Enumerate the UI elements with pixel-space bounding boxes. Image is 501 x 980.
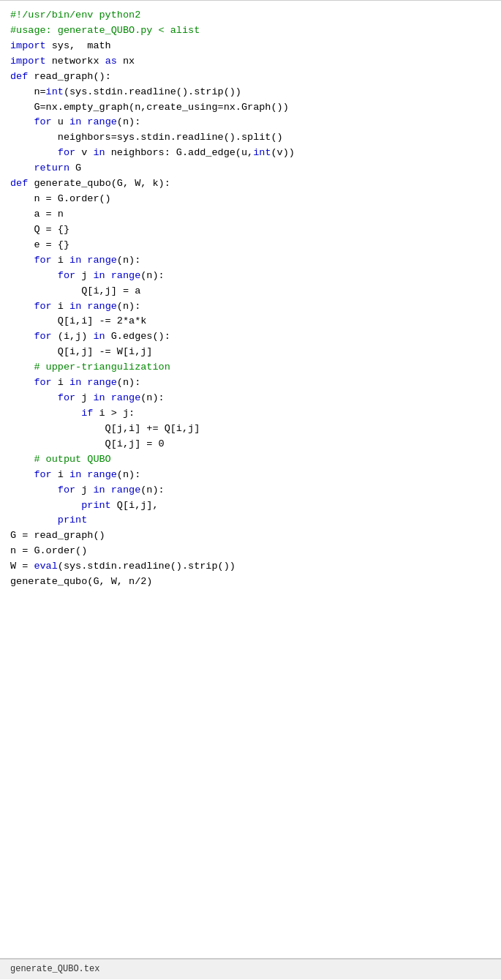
code-token: G.edges(): — [105, 331, 170, 342]
code-token — [10, 331, 34, 342]
code-token: in — [93, 392, 105, 403]
code-token: (n): — [117, 301, 140, 312]
footer-filename: generate_QUBO.tex — [10, 962, 99, 976]
code-token: generate_qubo(G, W, n/2) — [10, 576, 152, 587]
code-line: if i > j: — [10, 406, 491, 422]
code-token — [10, 392, 58, 403]
code-token: def — [10, 178, 28, 189]
code-token: in — [69, 301, 81, 312]
code-token: in — [93, 270, 105, 281]
code-token: as — [105, 56, 117, 67]
code-line: for v in neighbors: G.add_edge(u,int(v)) — [10, 146, 491, 161]
code-token: in — [93, 485, 105, 495]
code-line: return G — [10, 161, 491, 176]
code-token — [105, 392, 111, 403]
code-token: read_graph(): — [28, 71, 110, 82]
code-token: Q = {} — [10, 224, 69, 235]
code-token — [10, 270, 58, 281]
code-token: n = G.order() — [10, 193, 111, 204]
code-token: nx — [117, 56, 135, 67]
code-line: G = read_graph() — [10, 528, 491, 544]
code-line: import networkx as nx — [10, 54, 491, 70]
code-line: for j in range(n): — [10, 269, 491, 284]
code-token: int — [46, 86, 64, 97]
code-token: for — [58, 147, 75, 158]
code-line: a = n — [10, 207, 491, 222]
code-token: Q[i,i] -= 2*a*k — [10, 315, 146, 326]
code-token: i — [52, 469, 69, 480]
code-token: for — [34, 116, 51, 127]
code-token: in — [93, 331, 105, 342]
code-line: print Q[i,j], — [10, 498, 491, 514]
code-token: range — [87, 469, 117, 480]
code-line: Q[i,j] -= W[i,j] — [10, 345, 491, 360]
code-token: W = — [10, 561, 34, 572]
code-token — [10, 408, 81, 419]
code-line: neighbors=sys.stdin.readline().split() — [10, 130, 491, 146]
code-token: # output QUBO — [34, 454, 110, 465]
code-token: for — [34, 301, 51, 312]
code-token: import — [10, 56, 46, 67]
code-token: e = {} — [10, 239, 69, 250]
code-line: for (i,j) in G.edges(): — [10, 329, 491, 345]
code-token — [10, 454, 34, 465]
code-token: return — [34, 162, 69, 173]
footer: generate_QUBO.tex — [0, 959, 501, 979]
code-line: Q = {} — [10, 222, 491, 238]
code-pre: #!/usr/bin/env python2#usage: generate_Q… — [10, 8, 491, 590]
code-token: a = n — [10, 209, 64, 220]
code-token — [10, 515, 58, 525]
code-token: in — [69, 116, 81, 127]
code-token: print — [81, 500, 111, 511]
code-token: for — [34, 469, 51, 480]
code-token: i — [52, 377, 69, 388]
code-token: # upper-triangulization — [34, 362, 170, 373]
code-token: j — [75, 270, 93, 281]
code-token: for — [58, 392, 75, 403]
code-line: G=nx.empty_graph(n,create_using=nx.Graph… — [10, 100, 491, 116]
code-token: networkx — [46, 56, 105, 67]
code-token: j — [75, 485, 93, 495]
code-token: for — [34, 255, 51, 266]
code-token — [105, 270, 111, 281]
code-line: # upper-triangulization — [10, 360, 491, 375]
code-token: #!/usr/bin/env python2 — [10, 10, 140, 20]
code-line: n = G.order() — [10, 192, 491, 207]
code-token — [10, 485, 58, 495]
code-line: Q[i,j] = 0 — [10, 437, 491, 452]
code-line: generate_qubo(G, W, n/2) — [10, 575, 491, 590]
code-token: G — [69, 162, 81, 173]
code-token: (v)) — [271, 147, 295, 158]
code-token: neighbors: G.add_edge(u, — [105, 147, 254, 158]
code-token: sys, math — [46, 40, 111, 51]
code-line: for i in range(n): — [10, 468, 491, 483]
code-token: (i,j) — [52, 331, 94, 342]
code-token: for — [58, 270, 75, 281]
code-token: G = read_graph() — [10, 530, 105, 541]
code-token: eval — [34, 561, 57, 572]
code-token — [10, 255, 34, 266]
code-token: import — [10, 40, 46, 51]
code-token: in — [69, 255, 81, 266]
code-token — [10, 362, 34, 373]
code-line: for i in range(n): — [10, 375, 491, 391]
code-token — [105, 485, 111, 495]
code-line: n = G.order() — [10, 544, 491, 559]
code-token: (sys.stdin.readline().strip()) — [58, 561, 236, 572]
code-line: Q[j,i] += Q[i,j] — [10, 422, 491, 437]
code-token: (n): — [117, 377, 140, 388]
code-token — [10, 162, 34, 173]
code-token — [10, 301, 34, 312]
code-token: range — [111, 392, 141, 403]
code-line: for j in range(n): — [10, 391, 491, 406]
code-token: def — [10, 71, 28, 82]
code-line: # output QUBO — [10, 452, 491, 468]
code-token: int — [253, 147, 271, 158]
code-token: for — [58, 485, 75, 495]
code-token: range — [87, 255, 117, 266]
code-token: range — [87, 116, 117, 127]
code-token: v — [75, 147, 93, 158]
code-token: in — [93, 147, 105, 158]
code-line: e = {} — [10, 238, 491, 253]
code-line: W = eval(sys.stdin.readline().strip()) — [10, 559, 491, 575]
